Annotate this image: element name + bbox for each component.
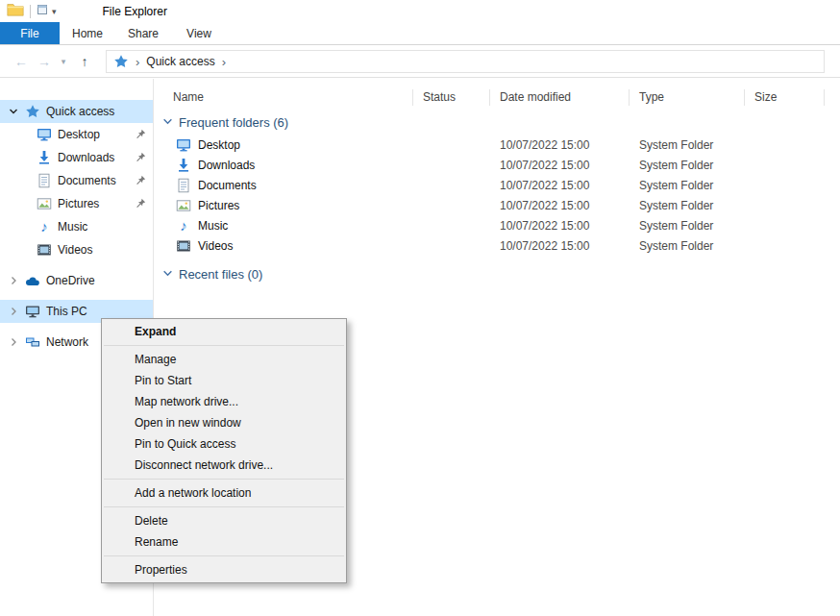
quick-access-icon xyxy=(113,54,129,69)
chevron-right-icon[interactable] xyxy=(7,276,20,285)
sidebar-item-downloads[interactable]: Downloads xyxy=(0,146,153,169)
sidebar-item-label: Network xyxy=(46,335,88,349)
menu-item-disconnect-network-drive[interactable]: Disconnect network drive... xyxy=(102,455,346,476)
row-name: Pictures xyxy=(198,199,239,212)
table-row[interactable]: Videos 10/07/2022 15:00 System Folder xyxy=(155,235,840,256)
sidebar-item-pictures[interactable]: Pictures xyxy=(0,192,153,215)
downloads-icon xyxy=(36,150,53,165)
pictures-icon xyxy=(176,198,191,213)
breadcrumb-chevron-icon[interactable]: › xyxy=(222,55,226,69)
tab-share[interactable]: Share xyxy=(115,22,171,44)
titlebar-divider xyxy=(30,5,31,18)
toolbar-dropdown-icon[interactable]: ▾ xyxy=(52,7,57,16)
breadcrumb-location[interactable]: Quick access xyxy=(146,55,214,68)
menu-item-expand[interactable]: Expand xyxy=(102,321,346,342)
quick-access-icon xyxy=(24,104,41,119)
sidebar-item-desktop[interactable]: Desktop xyxy=(0,123,153,146)
chevron-right-icon[interactable] xyxy=(7,337,20,347)
menu-item-delete[interactable]: Delete xyxy=(102,510,346,531)
tab-view[interactable]: View xyxy=(171,22,227,44)
folder-app-icon xyxy=(7,3,24,19)
desktop-icon xyxy=(176,137,191,153)
tab-home[interactable]: Home xyxy=(60,22,115,44)
titlebar: ▾ File Explorer xyxy=(0,0,840,22)
up-icon[interactable]: ↑ xyxy=(71,54,98,69)
chevron-down-icon[interactable] xyxy=(7,107,20,116)
menu-separator xyxy=(104,479,344,480)
pin-icon xyxy=(136,175,146,188)
table-row[interactable]: Pictures 10/07/2022 15:00 System Folder xyxy=(155,195,840,215)
navigation-bar: ← → ▾ ↑ › Quick access › xyxy=(0,46,840,78)
chevron-right-icon[interactable] xyxy=(7,307,20,316)
menu-separator xyxy=(104,506,344,507)
quick-access-toolbar-icon[interactable] xyxy=(37,4,48,18)
column-header-size[interactable]: Size xyxy=(745,89,825,106)
table-row[interactable]: Documents 10/07/2022 15:00 System Folder xyxy=(155,175,840,195)
pin-icon xyxy=(136,129,146,142)
pin-icon xyxy=(136,198,146,211)
sidebar-item-label: This PC xyxy=(46,305,87,318)
row-date-modified: 10/07/2022 15:00 xyxy=(490,159,630,172)
table-row[interactable]: ♪ Music 10/07/2022 15:00 System Folder xyxy=(155,215,840,235)
music-icon: ♪ xyxy=(176,218,191,234)
table-row[interactable]: Desktop 10/07/2022 15:00 System Folder xyxy=(155,135,840,155)
address-bar[interactable]: › Quick access › xyxy=(106,50,825,73)
group-header-frequent-folders[interactable]: Frequent folders (6) xyxy=(155,110,840,135)
menu-separator xyxy=(104,555,344,556)
desktop-icon xyxy=(36,127,53,142)
menu-item-properties[interactable]: Properties xyxy=(102,559,346,580)
tab-file[interactable]: File xyxy=(0,22,60,44)
back-icon[interactable]: ← xyxy=(10,54,33,69)
ribbon-tab-bar: File Home Share View xyxy=(0,22,840,45)
menu-item-pin-to-start[interactable]: Pin to Start xyxy=(102,370,346,391)
row-date-modified: 10/07/2022 15:00 xyxy=(490,219,630,233)
sidebar-item-music[interactable]: ♪ Music xyxy=(0,215,153,238)
row-name: Documents xyxy=(198,179,257,192)
sidebar-item-label: Pictures xyxy=(58,197,99,210)
sidebar-item-label: Documents xyxy=(58,174,116,187)
menu-item-pin-to-quick-access[interactable]: Pin to Quick access xyxy=(102,433,346,455)
menu-item-rename[interactable]: Rename xyxy=(102,531,346,553)
sidebar-item-label: Videos xyxy=(58,243,92,257)
documents-icon xyxy=(176,178,191,193)
sidebar-item-onedrive[interactable]: OneDrive xyxy=(0,269,153,292)
row-name: Desktop xyxy=(198,138,240,152)
sidebar-item-documents[interactable]: Documents xyxy=(0,169,153,192)
music-icon: ♪ xyxy=(36,219,53,234)
row-name: Downloads xyxy=(198,159,255,172)
row-date-modified: 10/07/2022 15:00 xyxy=(490,138,630,152)
documents-icon xyxy=(36,173,53,188)
row-type: System Folder xyxy=(630,159,745,172)
column-header-status[interactable]: Status xyxy=(413,89,490,106)
table-row[interactable]: Downloads 10/07/2022 15:00 System Folder xyxy=(155,155,840,175)
videos-icon xyxy=(36,242,53,258)
forward-icon[interactable]: → xyxy=(33,54,56,69)
sidebar-item-quick-access[interactable]: Quick access xyxy=(0,100,153,123)
column-header-type[interactable]: Type xyxy=(630,89,745,106)
history-dropdown-icon[interactable]: ▾ xyxy=(56,57,71,66)
row-type: System Folder xyxy=(630,219,745,233)
pictures-icon xyxy=(36,196,53,211)
column-header-row: Name Status Date modified Type Size xyxy=(155,85,840,110)
menu-item-map-network-drive[interactable]: Map network drive... xyxy=(102,391,346,412)
downloads-icon xyxy=(176,158,191,173)
group-header-label: Frequent folders (6) xyxy=(179,115,288,130)
network-icon xyxy=(24,334,41,350)
menu-separator xyxy=(104,345,344,346)
menu-item-add-network-location[interactable]: Add a network location xyxy=(102,482,346,504)
breadcrumb-chevron-icon[interactable]: › xyxy=(136,55,139,69)
row-type: System Folder xyxy=(630,239,745,253)
pin-icon xyxy=(136,152,146,165)
menu-item-manage[interactable]: Manage xyxy=(102,349,346,370)
row-date-modified: 10/07/2022 15:00 xyxy=(490,199,630,212)
sidebar-item-videos[interactable]: Videos xyxy=(0,238,153,261)
row-date-modified: 10/07/2022 15:00 xyxy=(490,239,630,253)
group-header-recent-files[interactable]: Recent files (0) xyxy=(155,261,840,286)
column-header-name[interactable]: Name xyxy=(155,89,413,106)
menu-item-open-in-new-window[interactable]: Open in new window xyxy=(102,412,346,433)
onedrive-icon xyxy=(24,275,41,287)
row-name: Videos xyxy=(198,239,233,253)
chevron-down-icon[interactable] xyxy=(162,115,173,130)
column-header-date-modified[interactable]: Date modified xyxy=(490,89,630,106)
chevron-down-icon[interactable] xyxy=(162,267,173,282)
